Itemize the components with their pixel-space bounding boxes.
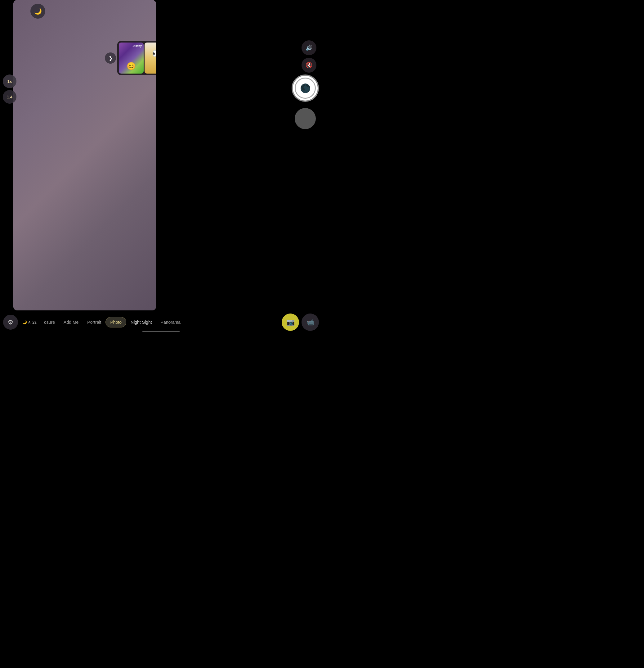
secondary-capture-button[interactable] (295, 108, 316, 129)
photo-strip-chevron-button[interactable]: ❯ (105, 52, 116, 64)
bottom-left-controls: ⚙ 🌙 A 2s osure Add Me Portrait Photo Nig… (3, 315, 185, 330)
tab-add-me[interactable]: Add Me (59, 317, 83, 327)
volume-on-icon: 🔊 (305, 44, 312, 51)
right-panel: 🔊 🔇 🌑 (160, 0, 322, 334)
zoom-controls: 1x 1.4 (3, 75, 16, 104)
tab-panorama[interactable]: Panorama (156, 317, 185, 327)
timer-2s-label: 2s (32, 320, 36, 325)
bottom-right-controls: 📷 📹 (282, 314, 319, 331)
volume-off-icon: 🔇 (305, 62, 312, 69)
volume-on-button[interactable]: 🔊 (301, 40, 316, 55)
night-sight-label: Night Sight (130, 320, 152, 325)
settings-button[interactable]: ⚙ (3, 315, 18, 330)
camera-capture-button[interactable]: 📷 (282, 314, 299, 331)
shutter-inner: 🌑 (295, 78, 316, 99)
photo-thumb-2[interactable] (144, 43, 156, 74)
camera-viewfinder: 🌙 ❯ ✕ Disney (13, 0, 156, 310)
zoom-1x-button[interactable]: 1x (3, 75, 16, 88)
night-a-label: A (28, 320, 30, 324)
add-me-label: Add Me (64, 320, 78, 325)
photo-thumb-1[interactable]: Disney (119, 43, 144, 74)
photo-strip-container: ❯ ✕ Disney (105, 41, 156, 75)
night-sight-moon-icon: 🌙 (34, 7, 42, 15)
zoom-1-4-button[interactable]: 1.4 (3, 90, 16, 104)
video-icon: 📹 (307, 318, 314, 326)
portrait-label: Portrait (87, 320, 101, 325)
night-timer-mode[interactable]: 🌙 A 2s (19, 318, 40, 327)
video-record-button[interactable]: 📹 (301, 314, 319, 331)
volume-off-button[interactable]: 🔇 (301, 58, 316, 73)
exposure-label: osure (44, 320, 55, 325)
zoom-1-4-label: 1.4 (7, 95, 12, 99)
shutter-area: 🌑 (292, 75, 319, 129)
disney-label: Disney (132, 44, 142, 47)
photo-strip: ✕ Disney (117, 41, 156, 75)
bottom-bar: ⚙ 🌙 A 2s osure Add Me Portrait Photo Nig… (0, 310, 322, 334)
chevron-right-icon: ❯ (109, 55, 113, 61)
tab-night-sight[interactable]: Night Sight (126, 317, 156, 327)
tab-photo[interactable]: Photo (106, 317, 126, 328)
night-sight-top-button[interactable]: 🌙 (30, 4, 45, 19)
panorama-label: Panorama (161, 320, 181, 325)
left-panel (0, 0, 13, 334)
camera-icon: 📷 (286, 318, 295, 326)
mode-tabs: 🌙 A 2s osure Add Me Portrait Photo Night… (19, 317, 185, 328)
zoom-1x-label: 1x (7, 79, 12, 84)
tab-exposure[interactable]: osure (40, 317, 59, 327)
photo-label: Photo (110, 320, 122, 325)
tab-portrait[interactable]: Portrait (83, 317, 106, 327)
settings-icon: ⚙ (8, 318, 13, 326)
right-controls: 🔊 🔇 (301, 40, 316, 73)
night-shutter-icon: 🌑 (300, 83, 311, 93)
home-indicator (142, 331, 179, 332)
night-moon-icon: 🌙 (22, 320, 27, 324)
shutter-button[interactable]: 🌑 (292, 75, 319, 102)
